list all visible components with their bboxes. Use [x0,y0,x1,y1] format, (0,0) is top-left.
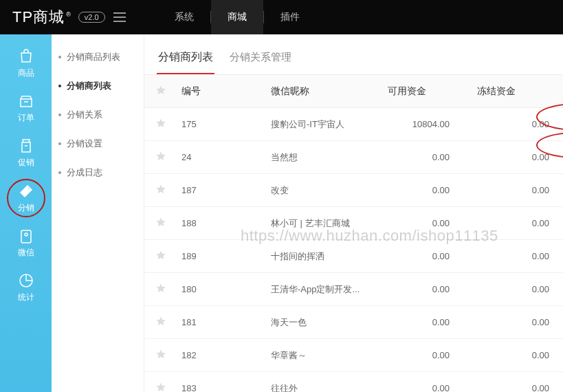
star-icon[interactable] [144,240,175,273]
star-icon[interactable] [144,306,175,339]
cell-nickname: 当然想 [264,141,381,174]
sidebar-icon-orders[interactable]: 订单 [9,89,43,127]
cell-nickname: 海天一色 [264,306,381,339]
cell-id: 189 [175,240,264,273]
svg-point-2 [25,233,27,236]
sub-menu-item[interactable]: 分销商品列表 [52,43,144,72]
svg-point-0 [27,187,30,189]
cell-frozen: 0.00 [470,372,563,393]
page-tab[interactable]: 分销关系管理 [228,45,293,72]
sidebar-icon-stats[interactable]: 统计 [9,269,43,307]
cell-id: 175 [175,108,264,141]
cell-frozen: 0.00 [470,141,563,174]
table-row[interactable]: 187改变0.000.00 [144,174,563,207]
col-id[interactable]: 编号 [175,75,264,108]
table-row[interactable]: 188林小可 | 艺丰汇商城0.000.00 [144,207,563,240]
sub-menu-item[interactable]: 分成日志 [52,158,144,187]
top-nav-item[interactable]: 系统 [158,0,210,34]
cell-id: 188 [175,207,264,240]
page-tab[interactable]: 分销商列表 [157,45,214,74]
version-badge: v2.0 [78,12,105,23]
sidebar-icon-promo[interactable]: 促销 [9,134,43,172]
star-icon[interactable] [144,372,175,393]
sidebar-icon-wechat[interactable]: 微信 [9,224,43,262]
cell-frozen: 0.00 [470,273,563,306]
cell-frozen: 0.00 [470,108,563,141]
star-icon[interactable] [144,207,175,240]
cell-id: 180 [175,273,264,306]
star-icon[interactable] [144,273,175,306]
table-header-row: 编号 微信昵称 可用资金 冻结资金 [144,75,563,108]
cell-frozen: 0.00 [470,240,563,273]
cell-available: 10804.00 [381,108,470,141]
top-nav: 系统商城插件 [158,0,316,34]
sub-menu-item[interactable]: 分销关系 [52,100,144,129]
col-available[interactable]: 可用资金 [381,75,470,108]
table-row[interactable]: 181海天一色0.000.00 [144,306,563,339]
icon-label: 商品 [18,67,34,79]
cell-frozen: 0.00 [470,174,563,207]
cell-available: 0.00 [381,273,470,306]
distributor-table: 编号 微信昵称 可用资金 冻结资金 175搜豹公司-IT宇宙人10804.000… [144,75,563,392]
icon-label: 微信 [18,247,34,259]
sidebar-icon-goods[interactable]: 商品 [9,45,43,83]
col-frozen[interactable]: 冻结资金 [470,75,563,108]
cell-available: 0.00 [381,207,470,240]
svg-rect-1 [21,230,31,243]
cell-nickname: 林小可 | 艺丰汇商城 [264,207,381,240]
table-row[interactable]: 183往往外0.000.00 [144,372,563,393]
cell-nickname: 搜豹公司-IT宇宙人 [264,108,381,141]
col-star [144,75,175,108]
cell-available: 0.00 [381,339,470,372]
cell-id: 181 [175,306,264,339]
cell-available: 0.00 [381,372,470,393]
sub-menu-item[interactable]: 分销设置 [52,129,144,158]
cell-available: 0.00 [381,174,470,207]
icon-label: 统计 [18,292,34,303]
icon-label: 分销 [18,202,34,214]
icon-label: 订单 [18,112,34,124]
star-icon[interactable] [144,141,175,174]
menu-toggle-icon[interactable] [113,12,126,22]
cell-available: 0.00 [381,306,470,339]
sub-menu-item[interactable]: 分销商列表 [52,72,144,100]
icon-label: 促销 [18,157,34,168]
cell-frozen: 0.00 [470,339,563,372]
cell-nickname: 华章酱～ [264,339,381,372]
star-icon[interactable] [144,339,175,372]
content-area: 分销商列表分销关系管理 编号 微信昵称 可用资金 冻结资金 175搜豹公司-IT… [144,34,563,392]
table-row[interactable]: 180王清华-App定制开发...0.000.00 [144,273,563,306]
cell-id: 187 [175,174,264,207]
cell-id: 24 [175,141,264,174]
logo-area: TP商城® v2.0 [0,7,134,28]
col-nickname[interactable]: 微信昵称 [264,75,381,108]
star-icon[interactable] [144,174,175,207]
logo: TP商城® [12,7,71,28]
cell-available: 0.00 [381,141,470,174]
cell-id: 183 [175,372,264,393]
table-row[interactable]: 24当然想0.000.00 [144,141,563,174]
cell-nickname: 往往外 [264,372,381,393]
top-nav-item[interactable]: 商城 [211,0,263,34]
cell-id: 182 [175,339,264,372]
sidebar-icon-distribution[interactable]: 分销 [7,179,45,217]
cell-nickname: 王清华-App定制开发... [264,273,381,306]
cell-nickname: 改变 [264,174,381,207]
sub-sidebar: 分销商品列表分销商列表分销关系分销设置分成日志 [52,34,144,392]
cell-nickname: 十指间的挥洒 [264,240,381,273]
top-nav-item[interactable]: 插件 [264,0,316,34]
table-row[interactable]: 182华章酱～0.000.00 [144,339,563,372]
cell-frozen: 0.00 [470,306,563,339]
table-row[interactable]: 189十指间的挥洒0.000.00 [144,240,563,273]
cell-frozen: 0.00 [470,207,563,240]
icon-sidebar: 商品订单促销分销微信统计 [0,34,52,392]
top-header: TP商城® v2.0 系统商城插件 [0,0,563,34]
page-tabs: 分销商列表分销关系管理 [144,34,563,75]
table-row[interactable]: 175搜豹公司-IT宇宙人10804.000.00 [144,108,563,141]
star-icon[interactable] [144,108,175,141]
cell-available: 0.00 [381,240,470,273]
